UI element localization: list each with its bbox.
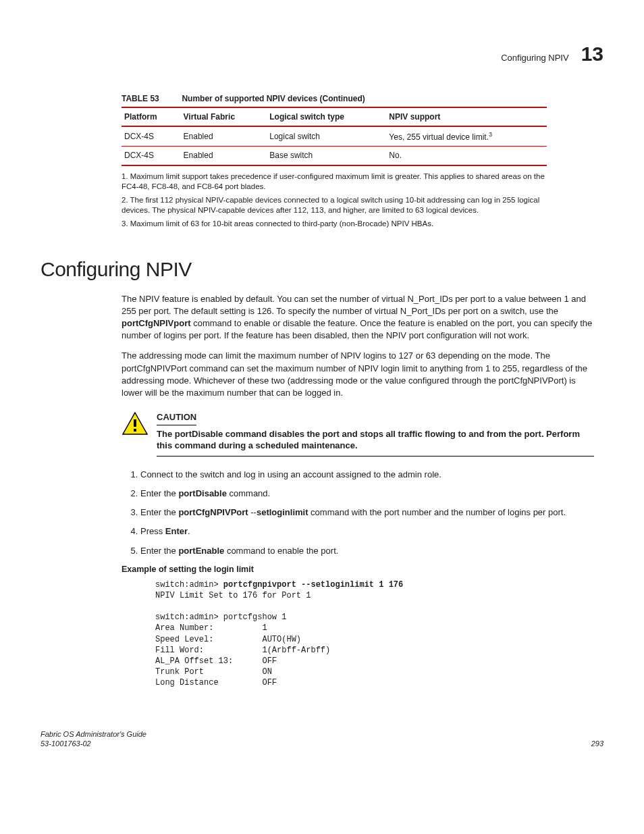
table-header-row: Platform Virtual Fabric Logical switch t… (122, 107, 547, 126)
chapter-number: 13 (581, 41, 603, 68)
svg-rect-2 (134, 429, 136, 432)
svg-rect-1 (134, 419, 136, 427)
table-footnotes: 1. Maximum limit support takes precedenc… (122, 172, 547, 230)
page-header: Configuring NPIV 13 (41, 41, 603, 68)
step-5: Enter the portEnable command to enable t… (140, 545, 599, 557)
paragraph-2: The addressing mode can limit the maximu… (122, 350, 594, 399)
body-text: The NPIV feature is enabled by default. … (122, 293, 594, 400)
cell-platform: DCX-4S (122, 126, 181, 147)
step-4: Press Enter. (140, 525, 599, 538)
footer-doc-number: 53-1001763-02 (41, 739, 146, 749)
table-block: TABLE 53 Number of supported NPIV device… (122, 93, 603, 230)
code-block: switch:admin> portcfgnpivport --setlogin… (155, 579, 603, 689)
cell-vf: Enabled (181, 147, 267, 165)
step-2: Enter the portDisable command. (140, 488, 599, 500)
table-label: TABLE 53 (122, 94, 159, 103)
caution-text: CAUTION The portDisable command disables… (157, 411, 594, 457)
col-platform: Platform (122, 107, 181, 126)
cell-lst: Logical switch (267, 126, 386, 147)
step-3: Enter the portCfgNPIVPort --setloginlimi… (140, 506, 599, 519)
footer-guide-title: Fabric OS Administrator's Guide (41, 729, 146, 739)
header-section-title: Configuring NPIV (501, 52, 568, 64)
paragraph-1: The NPIV feature is enabled by default. … (122, 293, 594, 342)
table-description: Number of supported NPIV devices (Contin… (182, 94, 365, 103)
cell-support: No. (386, 147, 547, 165)
step-1: Connect to the switch and log in using a… (140, 469, 599, 481)
steps-list: Connect to the switch and log in using a… (122, 469, 599, 557)
footer-left: Fabric OS Administrator's Guide 53-10017… (41, 729, 146, 750)
col-logical-switch-type: Logical switch type (267, 107, 386, 126)
col-virtual-fabric: Virtual Fabric (181, 107, 267, 126)
footnote-3: 3. Maximum limit of 63 for 10-bit areas … (122, 219, 547, 230)
caution-icon (122, 411, 149, 439)
table-caption: TABLE 53 Number of supported NPIV device… (122, 93, 603, 105)
cell-support: Yes, 255 virtual device limit.3 (386, 126, 547, 147)
example-label: Example of setting the login limit (122, 564, 603, 575)
footnote-1: 1. Maximum limit support takes precedenc… (122, 172, 547, 192)
caution-label: CAUTION (157, 411, 196, 425)
col-npiv-support: NPIV support (386, 107, 547, 126)
footer-page-number: 293 (591, 739, 603, 749)
table-row: DCX-4S Enabled Logical switch Yes, 255 v… (122, 126, 547, 147)
table-row: DCX-4S Enabled Base switch No. (122, 147, 547, 165)
cell-platform: DCX-4S (122, 147, 181, 165)
page-footer: Fabric OS Administrator's Guide 53-10017… (41, 729, 603, 750)
cell-lst: Base switch (267, 147, 386, 165)
caution-body: The portDisable command disables the por… (157, 428, 594, 457)
footnote-2: 2. The first 112 physical NPIV-capable d… (122, 195, 547, 216)
npiv-table: Platform Virtual Fabric Logical switch t… (122, 107, 547, 166)
section-heading: Configuring NPIV (41, 256, 603, 284)
cell-vf: Enabled (181, 126, 267, 147)
caution-block: CAUTION The portDisable command disables… (122, 411, 594, 457)
